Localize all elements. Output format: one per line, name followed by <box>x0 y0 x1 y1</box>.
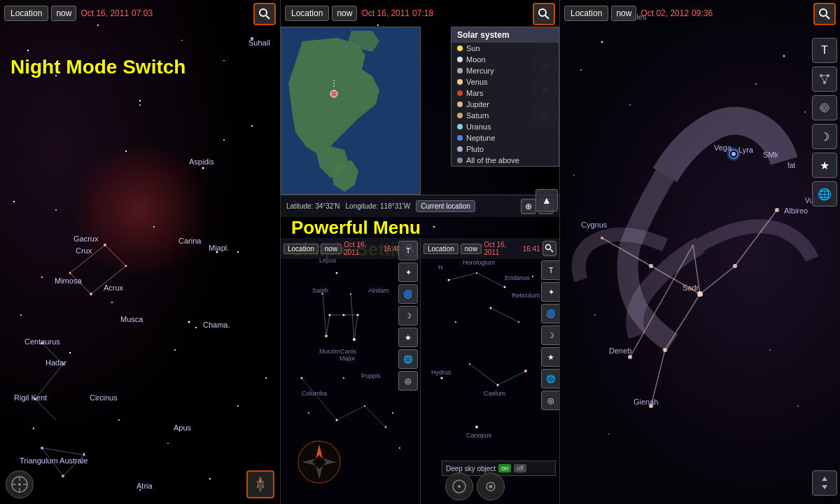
compass-btn-br-bottom[interactable] <box>445 472 473 500</box>
svg-text:Major: Major <box>340 355 356 362</box>
camera-icon-br <box>483 479 498 494</box>
map-content <box>281 27 420 194</box>
left-panel: Location now Oct 16, 2011 07:03 Night Mo… <box>0 0 280 504</box>
svg-point-140 <box>663 348 667 352</box>
world-map-svg <box>281 27 421 195</box>
up-down-btn-right[interactable] <box>812 470 837 496</box>
svg-text:Eridanus: Eridanus <box>505 274 530 281</box>
star-label-gacrux: Gacrux <box>74 234 98 243</box>
svg-point-24 <box>139 104 141 106</box>
text-btn-right[interactable]: T <box>812 38 837 63</box>
svg-point-10 <box>104 244 106 246</box>
globe-btn-bl[interactable]: 🌐 <box>398 349 418 369</box>
menu-item-sun[interactable]: Sun <box>451 43 559 54</box>
svg-point-32 <box>260 9 267 16</box>
const-btn-bl[interactable]: ✦ <box>398 262 418 282</box>
sub-search-right[interactable] <box>542 241 556 256</box>
svg-point-172 <box>820 9 827 16</box>
search-icon-left <box>258 8 271 20</box>
svg-text:Reticulum: Reticulum <box>512 292 540 299</box>
now-button-mid[interactable]: now <box>332 6 357 21</box>
toggle-on-btn[interactable]: on <box>498 464 511 472</box>
svg-point-143 <box>649 264 653 268</box>
sub-location-right[interactable]: Location <box>424 244 458 254</box>
menu-item-uranus[interactable]: Uranus <box>451 121 559 132</box>
now-button-right[interactable]: now <box>611 6 636 21</box>
svg-point-35 <box>18 483 21 486</box>
menu-item-venus[interactable]: Venus <box>451 76 559 88</box>
menu-item-jupiter[interactable]: Jupiter <box>451 99 559 110</box>
compass-btn-br[interactable]: ◎ <box>541 391 559 410</box>
menu-item-pluto[interactable]: Pluto <box>451 144 559 155</box>
location-button-mid[interactable]: Location <box>285 6 329 21</box>
svg-line-6 <box>35 399 56 420</box>
location-button-right[interactable]: Location <box>564 6 608 21</box>
night-mode-text: Night Mode Switch <box>10 56 186 78</box>
star-label-apus: Apus <box>174 424 191 432</box>
locate-btn[interactable]: ⊕ <box>521 199 536 214</box>
mid-bottom-container: Lepus Saiph Murzim Canis Major Alnilam C… <box>281 238 559 504</box>
sub-now-left[interactable]: now <box>321 244 342 254</box>
const-btn-right[interactable] <box>812 66 837 92</box>
svg-marker-180 <box>822 477 827 481</box>
menu-item-all[interactable]: All of the above <box>451 155 559 166</box>
svg-point-104 <box>532 276 533 277</box>
bottom-left-toolbar: T ✦ 🌀 ☽ ★ 🌐 ◎ <box>396 238 420 504</box>
globe-btn-br[interactable]: 🌐 <box>541 369 559 388</box>
star-btn-right[interactable]: ★ <box>812 153 837 178</box>
spiral-btn-br[interactable]: 🌀 <box>541 304 559 323</box>
toggle-off-btn[interactable]: off <box>514 464 526 472</box>
svg-line-116 <box>470 364 498 385</box>
current-location-btn[interactable]: Current location <box>416 200 475 212</box>
menu-item-mars[interactable]: Mars <box>451 88 559 99</box>
sub-location-left[interactable]: Location <box>284 244 318 254</box>
camera-btn-br-bottom[interactable] <box>477 472 505 500</box>
search-button-mid[interactable] <box>533 3 555 25</box>
crescent-btn-bl[interactable]: ☽ <box>398 306 418 326</box>
crescent-btn-right[interactable]: ☽ <box>812 124 837 149</box>
globe-btn-right[interactable]: 🌐 <box>812 181 837 206</box>
svg-point-61 <box>336 272 338 274</box>
const-btn-br[interactable]: ✦ <box>541 282 559 302</box>
up-btn[interactable]: ▲ <box>536 189 558 211</box>
compass-btn-bl[interactable]: ◎ <box>398 371 418 391</box>
text-btn-bl[interactable]: T <box>398 241 418 260</box>
star-btn-br[interactable]: ★ <box>541 347 559 367</box>
spiral-btn-right[interactable] <box>812 95 837 120</box>
navigate-button-left[interactable] <box>246 470 274 498</box>
search-button-right[interactable] <box>813 3 836 25</box>
right-panel: Vega Lyra SMk fat Cygnus Albireo Vul Sad… <box>560 0 840 504</box>
menu-item-moon[interactable]: Moon <box>451 54 559 65</box>
spiral-btn-bl[interactable]: 🌀 <box>398 284 418 304</box>
crescent-btn-br[interactable]: ☽ <box>541 326 559 345</box>
updown-icon-right <box>817 475 832 491</box>
svg-point-142 <box>775 208 779 212</box>
svg-text:Hydrus: Hydrus <box>431 369 451 376</box>
compass-button-left[interactable] <box>6 470 34 498</box>
menu-item-mercury[interactable]: Mercury <box>451 65 559 76</box>
star-label-aspidis: Aspidis <box>189 158 214 166</box>
compass-icon-br <box>451 479 467 494</box>
text-btn-br[interactable]: T <box>541 260 559 280</box>
star-label-miapl: Miapl. <box>209 244 229 252</box>
sub-now-right[interactable]: now <box>461 244 482 254</box>
svg-point-85 <box>308 412 309 414</box>
bottom-right-btn-container <box>809 468 840 498</box>
location-button-left[interactable]: Location <box>4 6 48 21</box>
star-label-atria: Atria <box>136 482 153 490</box>
menu-item-neptune[interactable]: Neptune <box>451 132 559 144</box>
middle-panel: Centaurus Carina Location now Oct 16, 20… <box>280 0 560 504</box>
search-button-left[interactable] <box>253 3 276 25</box>
star-label-crux: Crux <box>76 246 92 255</box>
top-bar-right: Location now Oct 02, 2012 09:36 <box>560 0 840 27</box>
now-button-left[interactable]: now <box>51 6 76 21</box>
top-bar-left: Location now Oct 16, 2011 07:03 <box>0 0 280 27</box>
svg-line-93 <box>365 406 386 427</box>
star-btn-bl[interactable]: ★ <box>398 328 418 347</box>
svg-point-151 <box>783 55 785 57</box>
time-mid: 07:18 <box>412 8 433 18</box>
menu-item-saturn[interactable]: Saturn <box>451 110 559 121</box>
moon-dot <box>457 57 463 62</box>
navigate-icon-left <box>251 475 270 493</box>
svg-line-178 <box>825 76 828 83</box>
